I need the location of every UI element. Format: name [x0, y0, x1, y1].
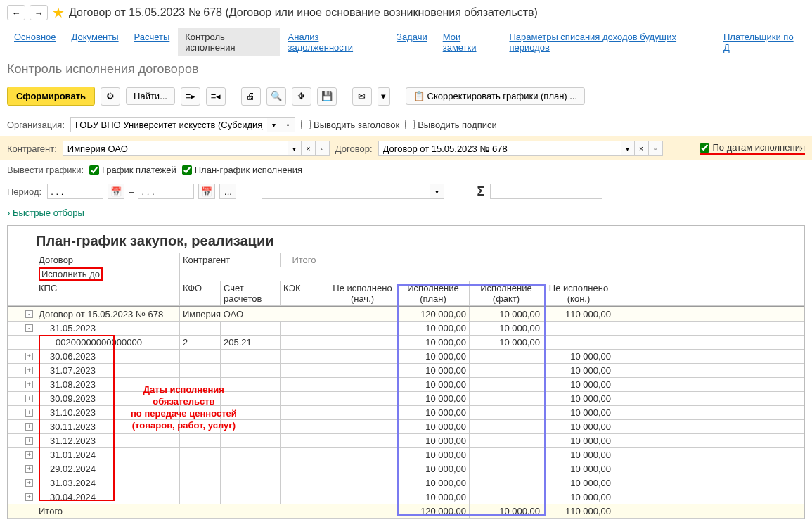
org-label: Организация: [7, 120, 65, 130]
preview-icon[interactable]: 🔍 [266, 87, 286, 106]
page-title: Договор от 15.05.2023 № 678 (Договор или… [69, 6, 538, 19]
contract-input[interactable] [378, 141, 621, 156]
print-icon[interactable]: 🖨 [241, 87, 261, 106]
tabs: ОсновноеДокументыРасчетыКонтроль исполне… [0, 25, 812, 59]
tree-toggle[interactable]: + [25, 381, 33, 388]
counter-open[interactable]: ▫ [316, 141, 330, 156]
plan-graph-check[interactable] [182, 165, 192, 175]
table-row: +30.11.202310 000,0010 000,00 [8, 420, 804, 434]
tree-toggle[interactable]: + [25, 395, 33, 402]
tab-0[interactable]: Основное [7, 28, 63, 56]
tree-toggle[interactable]: + [25, 423, 33, 431]
tab-6[interactable]: Мои заметки [436, 28, 501, 56]
tree-toggle[interactable]: + [25, 465, 33, 473]
tree-toggle[interactable]: + [25, 409, 33, 417]
table-row: +31.10.202310 000,0010 000,00 [8, 406, 804, 420]
quick-filters[interactable]: Быстрые отборы [0, 203, 812, 222]
contract-label: Договор: [335, 144, 373, 154]
tab-5[interactable]: Задачи [389, 28, 434, 56]
table-row: +31.07.202310 000,0010 000,00 [8, 364, 804, 378]
tree-toggle[interactable]: + [25, 353, 33, 360]
tree-toggle[interactable]: + [25, 451, 33, 459]
expand-icon[interactable]: ≡▸ [181, 87, 200, 106]
table-row: -31.05.202310 000,0010 000,00 [8, 322, 804, 336]
settings-icon[interactable]: ⚙ [101, 87, 120, 106]
period-label: Период: [7, 186, 41, 197]
move-icon[interactable]: ✥ [292, 87, 311, 106]
counter-label: Контрагент: [7, 144, 57, 154]
table-row: +31.12.202310 000,0010 000,00 [8, 434, 804, 448]
tab-7[interactable]: Параметры списания доходов будущих перио… [502, 28, 715, 56]
contract-clear[interactable]: × [635, 141, 649, 156]
mail-icon[interactable]: ✉ [352, 87, 372, 106]
mail-dropdown[interactable]: ▾ [378, 87, 390, 106]
find-button[interactable]: Найти... [126, 87, 175, 105]
correct-button[interactable]: 📋 Скорректировать графики (план) ... [406, 87, 585, 105]
cal-from[interactable]: 📅 [108, 184, 124, 199]
org-open[interactable]: ▫ [281, 117, 295, 132]
counter-input[interactable] [63, 141, 288, 156]
counter-clear[interactable]: × [302, 141, 316, 156]
star-icon[interactable]: ★ [52, 4, 65, 21]
sum-input[interactable] [490, 184, 602, 199]
graphs-label: Вывести графики: [7, 165, 84, 175]
save-icon[interactable]: 💾 [317, 87, 337, 106]
period-to[interactable] [138, 184, 194, 199]
table-row: 002000000000000002205.2110 000,0010 000,… [8, 336, 804, 350]
filter-dropdown[interactable]: ▾ [430, 184, 444, 199]
tree-toggle[interactable]: - [25, 310, 33, 318]
hdr-execute-until: Исполнить до [39, 267, 103, 281]
tree-toggle[interactable]: + [25, 437, 33, 445]
period-dots[interactable]: ... [219, 184, 236, 199]
org-input[interactable] [70, 117, 267, 132]
sigma-icon: Σ [477, 184, 484, 199]
table-row: +30.06.202310 000,0010 000,00 [8, 350, 804, 364]
period-from[interactable] [47, 184, 103, 199]
contract-dropdown[interactable]: ▾ [621, 141, 635, 156]
table-row: +30.04.202410 000,0010 000,00 [8, 490, 804, 504]
show-sign-check[interactable] [405, 120, 415, 129]
org-dropdown[interactable]: ▾ [267, 117, 281, 132]
tree-toggle[interactable]: + [25, 493, 33, 501]
tree-toggle[interactable]: - [25, 324, 33, 332]
table-row: +30.09.202310 000,0010 000,00 [8, 392, 804, 406]
tab-1[interactable]: Документы [65, 28, 126, 56]
counter-dropdown[interactable]: ▾ [288, 141, 302, 156]
tab-8[interactable]: Плательщики по Д [716, 28, 805, 56]
table-row: +29.02.202410 000,0010 000,00 [8, 462, 804, 476]
report-title: План-график закупок, реализации [8, 226, 804, 253]
subtitle: Контроль исполнения договоров [0, 59, 812, 84]
tab-2[interactable]: Расчеты [127, 28, 177, 56]
show-header-check[interactable] [301, 120, 311, 129]
tree-toggle[interactable]: + [25, 479, 33, 487]
table-row: +31.08.202310 000,0010 000,00 [8, 378, 804, 392]
back-button[interactable]: ← [7, 5, 25, 20]
hdr-contract: Договор [36, 253, 180, 267]
cal-to[interactable]: 📅 [198, 184, 215, 199]
forward-button[interactable]: → [30, 5, 48, 20]
by-dates-check[interactable] [700, 143, 709, 153]
tab-3[interactable]: Контроль исполнения [178, 28, 279, 56]
tree-toggle[interactable]: + [25, 367, 33, 374]
filter-input[interactable] [262, 184, 430, 199]
tab-4[interactable]: Анализ задолженности [281, 28, 389, 56]
form-button[interactable]: Сформировать [7, 87, 95, 106]
pay-graph-check[interactable] [89, 165, 99, 175]
contract-open[interactable]: ▫ [649, 141, 663, 156]
table-row: +31.03.202410 000,0010 000,00 [8, 476, 804, 490]
collapse-icon[interactable]: ≡◂ [206, 87, 226, 106]
table-row: +31.01.202410 000,0010 000,00 [8, 448, 804, 462]
